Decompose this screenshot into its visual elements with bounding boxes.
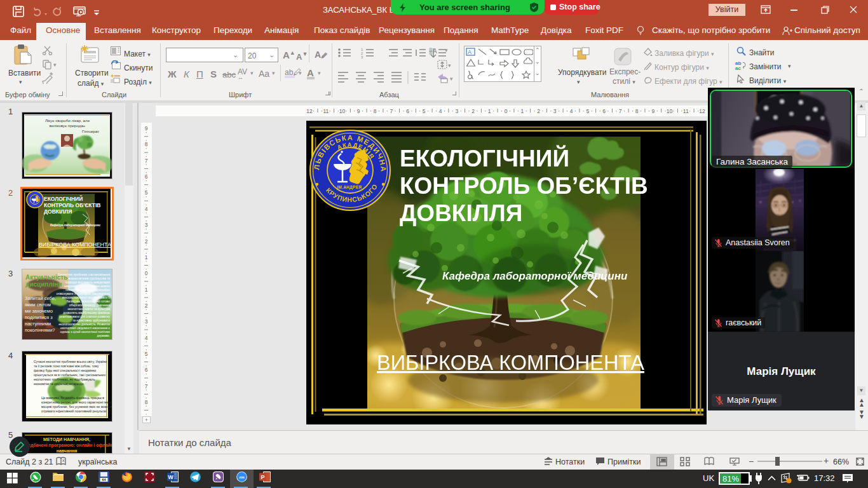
svg-text:9: 9 <box>357 108 360 114</box>
svg-text:zm: zm <box>239 475 244 479</box>
svg-text:3: 3 <box>553 108 557 114</box>
svg-text:12: 12 <box>699 108 705 114</box>
svg-text:та її регіонів тісно пов'язані: та її регіонів тісно пов'язані між собою… <box>34 364 99 368</box>
svg-text:P: P <box>261 474 264 480</box>
svg-text:5: 5 <box>145 351 148 357</box>
svg-text:навчання: навчання <box>57 449 78 453</box>
svg-text:фахівці будь-якої спеціальност: фахівці будь-якої спеціальності неодмінн… <box>34 369 97 372</box>
svg-text:дозволять майбутньому фахівцю: дозволять майбутньому фахівцю <box>63 311 110 315</box>
svg-text:2: 2 <box>537 108 540 114</box>
svg-text:2: 2 <box>471 108 475 114</box>
svg-text:виліковує природа»: виліковує природа» <box>50 123 86 128</box>
svg-text:2: 2 <box>145 238 148 245</box>
svg-text:орієнтуються як в глобальних,: орієнтуються як в глобальних, так і регі… <box>34 373 106 377</box>
svg-text:8: 8 <box>635 108 639 114</box>
svg-text:12: 12 <box>306 108 313 114</box>
svg-text:1: 1 <box>145 287 148 293</box>
svg-text:ДОВКІЛЛЯ: ДОВКІЛЛЯ <box>44 208 72 215</box>
svg-text:64: 64 <box>102 478 106 482</box>
svg-text:Кафедра лабораторної медицини: Кафедра лабораторної медицини <box>50 223 100 227</box>
svg-text:Це важливо, бо досить фахівець: Це важливо, бо досить фахівець працює в <box>41 396 104 400</box>
svg-text:11: 11 <box>323 108 329 114</box>
svg-text:3: 3 <box>455 108 458 114</box>
svg-text:9: 9 <box>651 108 654 114</box>
svg-text:1: 1 <box>520 108 524 114</box>
svg-text:3: 3 <box>361 55 363 59</box>
svg-text:6: 6 <box>145 367 148 373</box>
svg-text:0: 0 <box>145 270 148 276</box>
svg-text:ми захочемо: ми захочемо <box>25 308 53 314</box>
svg-text:наступними: наступними <box>25 321 51 327</box>
svg-text:A: A <box>468 49 471 55</box>
svg-text:ІМ.АНДРЕЯ: ІМ.АНДРЕЯ <box>337 185 362 190</box>
svg-text:КОНТРОЛЬ ОБ’ЄКТІВ: КОНТРОЛЬ ОБ’ЄКТІВ <box>400 173 648 199</box>
svg-text:ac: ac <box>735 65 741 70</box>
svg-text:ЕКОЛОГІЧНИЙ: ЕКОЛОГІЧНИЙ <box>400 145 569 172</box>
svg-text:6: 6 <box>602 108 606 114</box>
svg-text:екологічних проблемах, які від: екологічних проблемах, які відображують <box>34 377 95 381</box>
svg-text:покоління, здатного гармонійно: покоління, здатного гармонійно <box>65 288 110 292</box>
svg-text:Запитай себе,: Запитай себе, <box>25 295 56 301</box>
svg-text:5: 5 <box>586 108 589 114</box>
svg-text:поколіннями?: поколіннями? <box>25 327 55 333</box>
svg-text:екологічної освіти та культура: екологічної освіти та культура <box>67 308 110 311</box>
svg-text:ВИБІРКОВА КОМПОНЕНТА: ВИБІРКОВА КОМПОНЕНТА <box>39 241 111 248</box>
svg-text:7: 7 <box>390 108 393 114</box>
svg-text:Сучасні екологічні проблеми вс: Сучасні екологічні проблеми всього світу… <box>34 360 107 363</box>
svg-text:6: 6 <box>406 108 409 114</box>
svg-text:держави.: держави. <box>97 334 110 337</box>
svg-text:взаємозв'язків суспільства та: взаємозв'язків суспільства та <box>69 277 111 280</box>
svg-text:екологоосвітню діяльність. Роз: екологоосвітню діяльність. Розвиток <box>58 323 111 326</box>
svg-text:6: 6 <box>145 173 148 180</box>
svg-text:4: 4 <box>570 108 573 114</box>
svg-text:МЕТОДИ НАВЧАННЯ,: МЕТОДИ НАВЧАННЯ, <box>43 437 90 442</box>
svg-text:3: 3 <box>145 222 148 228</box>
svg-text:співіснувати з природою, раціо: співіснувати з природою, раціонально <box>56 292 110 295</box>
svg-text:8: 8 <box>145 399 148 405</box>
svg-text:4: 4 <box>145 335 148 341</box>
svg-text:яким світом: яким світом <box>25 302 51 308</box>
svg-text:10: 10 <box>667 108 673 114</box>
svg-text:оберігати природу. Значення: оберігати природу. Значення <box>69 304 110 307</box>
svg-text:місцеві проблеми, без усунення: місцеві проблеми, без усунення яких не м… <box>41 405 112 409</box>
svg-text:ВИБІРКОВА КОМПОНЕНТА: ВИБІРКОВА КОМПОНЕНТА <box>377 351 644 374</box>
svg-text:2: 2 <box>145 302 148 309</box>
svg-text:11: 11 <box>683 108 689 114</box>
svg-text:завдання – це виховання нового: завдання – це виховання нового <box>64 285 111 288</box>
svg-text:ДОВКІЛЛЯ: ДОВКІЛЛЯ <box>400 200 522 226</box>
svg-text:8: 8 <box>145 141 148 147</box>
svg-text:3: 3 <box>145 318 148 325</box>
svg-text:отримати ефективний позитивний: отримати ефективний позитивний результат… <box>41 409 107 413</box>
svg-text:8: 8 <box>374 108 377 114</box>
svg-text:5: 5 <box>145 189 148 196</box>
svg-text:W: W <box>168 474 173 480</box>
svg-text:10: 10 <box>339 108 346 114</box>
svg-text:економічні та соціальні негара: економічні та соціальні негаразди. <box>34 382 85 386</box>
svg-text:1: 1 <box>145 254 148 261</box>
svg-text:Екологічні проблеми з встановл: Екологічні проблеми з встановлення <box>58 273 111 276</box>
svg-text:1: 1 <box>488 108 491 114</box>
svg-text:ЕКОЛОГІЧНИЙ: ЕКОЛОГІЧНИЙ <box>44 195 83 202</box>
svg-text:0: 0 <box>505 108 508 114</box>
svg-text:x: x <box>62 458 65 463</box>
svg-text:4: 4 <box>439 108 442 114</box>
svg-text:реалізовувати цілі сталого роз: реалізовувати цілі сталого розвитку <box>59 315 110 318</box>
svg-text:багатства, психологічно готово: багатства, психологічно готово <box>67 300 111 303</box>
svg-text:5: 5 <box>423 108 426 114</box>
svg-text:та ефективно здійснювати: та ефективно здійснювати <box>72 318 110 322</box>
svg-text:7: 7 <box>619 108 622 114</box>
svg-text:7: 7 <box>145 383 148 390</box>
svg-text:7: 7 <box>145 158 148 164</box>
svg-text:КОНТРОЛЬ ОБ'ЄКТІВ: КОНТРОЛЬ ОБ'ЄКТІВ <box>44 202 100 208</box>
svg-text:дисципліни: дисципліни <box>25 281 62 288</box>
svg-text:конкретному регіоні, для якого: конкретному регіоні, для якого характерн… <box>41 400 111 404</box>
svg-text:9: 9 <box>145 125 148 132</box>
svg-text:4: 4 <box>145 206 148 212</box>
svg-text:Кафедра лабораторної медицини: Кафедра лабораторної медицини <box>442 270 628 282</box>
svg-text:поділитися з: поділитися з <box>25 315 53 320</box>
svg-text:однією з цілей екологічної пол: однією з цілей екологічної політики <box>60 330 110 334</box>
svg-text:Гіппократ: Гіппократ <box>82 129 99 133</box>
svg-text:екологічної свідомості населен: екологічної свідомості населення є <box>60 327 111 330</box>
svg-text:Лікує хвороби лікар, але: Лікує хвороби лікар, але <box>45 118 90 123</box>
svg-text:природи висувають невідкладні: природи висувають невідкладні <box>65 281 110 284</box>
